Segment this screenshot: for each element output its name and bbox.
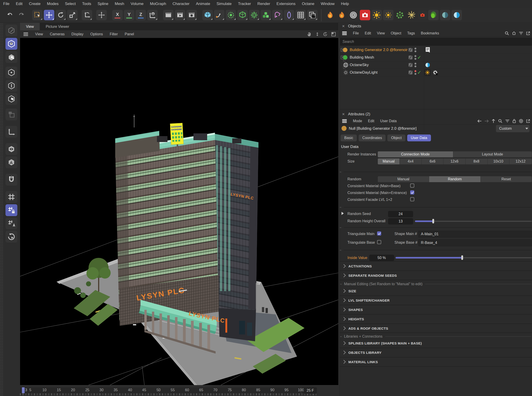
object-name[interactable]: OctaneDayLight — [350, 70, 378, 75]
octane-starburst-icon[interactable] — [406, 10, 417, 20]
render-picture-viewer-icon[interactable] — [175, 10, 185, 20]
axis-z-lock-icon[interactable]: Z — [136, 10, 146, 20]
tab-user-data[interactable]: User Data — [407, 134, 431, 141]
redo-icon[interactable] — [16, 10, 27, 20]
maximize-view-icon[interactable] — [331, 32, 336, 37]
triangulate-main-checkbox[interactable] — [377, 231, 381, 235]
tab-picture-viewer[interactable]: Picture Viewer — [40, 23, 75, 30]
menu-select[interactable]: Select — [65, 2, 76, 6]
tweak-mode-icon[interactable] — [6, 109, 17, 120]
highlight-mode-icon[interactable] — [6, 156, 17, 168]
viewport-solo-icon[interactable] — [6, 143, 17, 155]
polygons-mode-icon[interactable] — [6, 93, 17, 105]
random-height-value[interactable]: 13 — [388, 218, 413, 225]
menu-edit[interactable]: Edit — [16, 2, 22, 6]
objects-hamburger-icon[interactable] — [342, 31, 347, 35]
subdivision-surface-icon[interactable] — [226, 10, 236, 20]
back-icon[interactable] — [477, 119, 482, 123]
axis-y-lock-icon[interactable]: Y — [124, 10, 134, 20]
lock-workplane-icon[interactable] — [6, 204, 17, 216]
tab-basic[interactable]: Basic — [341, 134, 357, 141]
menu-mograph[interactable]: MoGraph — [150, 2, 166, 6]
octane-scatter-icon[interactable] — [395, 10, 405, 20]
edges-mode-icon[interactable] — [6, 80, 17, 92]
octane-sun-icon[interactable] — [371, 10, 382, 20]
preset-dropdown[interactable]: Custom — [496, 125, 530, 132]
viewport-canvas[interactable]: DASHDINE DASHDINE LYSYN PLC LYSYN PLC — [20, 38, 338, 385]
attributes-hamburger-icon[interactable] — [342, 119, 347, 123]
lock-icon[interactable] — [512, 119, 516, 123]
shape-main-field[interactable]: A-Main_01 — [418, 231, 532, 238]
search-icon[interactable] — [498, 119, 502, 123]
layer-toggle-icon[interactable] — [408, 70, 413, 74]
tab-object[interactable]: Object — [387, 134, 405, 141]
menu-window[interactable]: Window — [321, 2, 334, 6]
size-12x6-button[interactable]: 12x6 — [443, 158, 465, 164]
connection-mode-button[interactable]: Connection Mode — [378, 151, 453, 157]
coord-change-icon[interactable] — [82, 10, 92, 20]
consistent-material-main-entrance-checkbox[interactable] — [410, 190, 414, 194]
visibility-dots[interactable] — [414, 70, 416, 75]
octane-camera-icon[interactable] — [360, 10, 370, 20]
visibility-dots[interactable] — [414, 55, 416, 60]
object-row-octanesky[interactable]: OctaneSky — [340, 61, 532, 69]
group-lvl-shifter[interactable]: LVL SHIFTER/CHANGER — [340, 297, 532, 304]
menu-file[interactable]: File — [3, 2, 9, 6]
null-object-icon[interactable] — [343, 48, 348, 52]
sun-tag-icon[interactable] — [424, 69, 431, 76]
timeline-playhead[interactable] — [22, 387, 25, 393]
coordinate-system-icon[interactable] — [147, 10, 158, 20]
timeline-ruler[interactable]: 3 5 10 15 20 25 30 35 40 45 50 55 60 65 … — [20, 387, 317, 393]
menu-extensions[interactable]: Extensions — [277, 2, 296, 6]
random-height-slider[interactable] — [415, 218, 532, 224]
random-manual-button[interactable]: Manual — [378, 176, 429, 182]
forward-icon[interactable] — [484, 119, 489, 123]
group-size[interactable]: SIZE — [340, 287, 532, 294]
octane-render-camera-icon[interactable] — [418, 11, 427, 20]
daylight-object-icon[interactable] — [343, 70, 348, 75]
timeline-tick-marks[interactable] — [20, 393, 317, 395]
layer-toggle-icon[interactable] — [408, 63, 413, 67]
make-editable-icon[interactable] — [6, 25, 17, 36]
model-mode-icon[interactable] — [6, 38, 17, 50]
group-shapes[interactable]: SHAPES — [340, 306, 532, 313]
vp-menu-panel[interactable]: Panel — [124, 32, 134, 36]
size-10x10-button[interactable]: 10x10 — [488, 158, 509, 164]
menu-spline[interactable]: Spline — [98, 2, 108, 6]
consistent-facade-checkbox[interactable] — [410, 197, 414, 201]
array-icon[interactable] — [296, 10, 306, 20]
home-icon[interactable] — [512, 31, 516, 35]
objects-menu-tags[interactable]: Tags — [407, 31, 415, 35]
menu-tools[interactable]: Tools — [82, 2, 91, 6]
object-row-octanedaylight[interactable]: OctaneDayLight ✓ — [340, 69, 532, 76]
group-ads-roof-objects[interactable]: ADS & ROOF OBJECTS — [340, 325, 532, 332]
vp-menu-cameras[interactable]: Cameras — [50, 32, 65, 36]
orbit-icon[interactable] — [323, 32, 328, 37]
menu-help[interactable]: Help — [341, 2, 349, 6]
layout-mode-button[interactable]: Layout Mode — [453, 151, 532, 157]
size-12x12-button[interactable]: 12x12 — [509, 158, 532, 164]
visibility-dots[interactable] — [414, 48, 416, 52]
dolly-icon[interactable] — [315, 32, 320, 37]
menu-tracker[interactable]: Tracker — [238, 2, 251, 6]
enabled-check-icon[interactable]: ✓ — [417, 70, 421, 75]
move-tool-icon[interactable] — [44, 10, 54, 20]
search-icon[interactable] — [505, 31, 509, 35]
size-6x6-button[interactable]: 6x6 — [422, 158, 443, 164]
octane-daylight-icon[interactable] — [383, 10, 394, 20]
menu-render[interactable]: Render — [257, 2, 270, 6]
viewport-hamburger-icon[interactable] — [23, 32, 28, 36]
filter-icon[interactable] — [519, 31, 523, 35]
tab-view[interactable]: View — [20, 23, 40, 30]
enabled-check-icon[interactable]: ✓ — [417, 55, 421, 60]
axis-mode-icon[interactable] — [6, 126, 17, 138]
add-cube-icon[interactable] — [202, 10, 213, 20]
expand-triangle-icon[interactable] — [342, 212, 344, 215]
render-view-icon[interactable] — [163, 10, 174, 20]
tab-coordinates[interactable]: Coordinates — [359, 134, 385, 141]
gear-tag-icon[interactable] — [432, 70, 438, 76]
field-icon[interactable] — [284, 10, 294, 20]
size-manual-button[interactable]: Manual — [378, 158, 400, 164]
attr-menu-mode[interactable]: Mode — [353, 119, 362, 123]
size-8x8-button[interactable]: 8x8 — [466, 158, 488, 164]
